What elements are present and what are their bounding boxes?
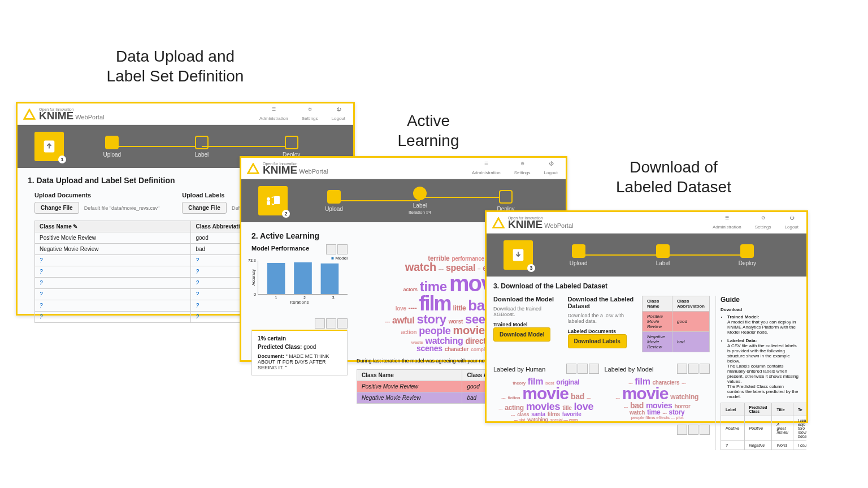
step-tile-label: 2 <box>258 186 288 215</box>
download-dataset-heading: Download the Labeled Dataset <box>568 296 637 309</box>
brand-portal: WebPortal <box>75 114 104 121</box>
card-tool-icon[interactable] <box>315 318 325 329</box>
nav-settings[interactable]: ⚙Settings <box>755 215 771 230</box>
wordcloud-model: ---filmcharacters--- ---moviewatching --… <box>605 377 710 420</box>
upload-docs-heading: Upload Documents <box>34 192 159 198</box>
step-node-label[interactable] <box>656 244 670 258</box>
topbar: Open for Innovation KNIME WebPortal ☰Adm… <box>241 158 566 179</box>
knime-logo-icon <box>247 163 259 175</box>
label-loop-icon <box>264 193 282 209</box>
gear-icon: ⚙ <box>306 107 314 115</box>
step-node-label[interactable] <box>413 187 427 200</box>
brand-name: KNIME <box>39 110 73 122</box>
upload-icon <box>41 139 57 154</box>
title-download: Download ofLabeled Dataset <box>600 157 747 197</box>
nav-settings[interactable]: ⚙Settings <box>302 107 318 121</box>
nav-logout[interactable]: ⏻Logout <box>332 107 345 121</box>
download-model-heading: Download the Model <box>493 296 562 303</box>
table-row[interactable]: Negative Movie Reviewbad <box>643 332 710 352</box>
chart-ylabel: Accuracy <box>251 261 255 295</box>
chart-legend: Model <box>335 256 348 261</box>
svg-rect-4 <box>267 263 285 294</box>
guide-example-table: LabelPredicted ClassTitleTe PositivePosi… <box>721 403 806 450</box>
table-row[interactable]: Positive Movie Reviewgood <box>643 312 710 332</box>
chart-xlabel: Iterations <box>251 300 348 305</box>
chart-tool-icon[interactable] <box>326 244 336 254</box>
table-row: ?NegativeWorstI cou <box>721 441 807 450</box>
title-upload: Data Upload andLabel Set Definition <box>96 46 254 86</box>
model-performance-heading: Model Performance <box>251 245 309 252</box>
predicted-class-value: good <box>303 344 316 350</box>
download-labels-button[interactable]: Download Labels <box>568 334 627 348</box>
download-icon <box>510 247 526 263</box>
nav-administration[interactable]: ☰Administration <box>472 161 501 175</box>
step-node-deploy[interactable] <box>740 244 754 258</box>
class-mini-table: Class NameClass Abbreviation Positive Mo… <box>642 296 710 352</box>
step-node-label[interactable] <box>195 136 209 149</box>
wordcloud-human: theoryfilmbestoriginal ---fictionmovieba… <box>493 377 599 422</box>
step-node-deploy[interactable] <box>499 190 513 204</box>
labeled-by-model-heading: Labeled by Model <box>605 366 654 373</box>
change-file-labels-button[interactable]: Change File <box>182 202 227 214</box>
nav-logout[interactable]: ⏻Logout <box>785 215 798 230</box>
step-tile-upload: 1 <box>34 132 64 161</box>
svg-rect-2 <box>267 201 270 205</box>
svg-rect-3 <box>274 196 280 204</box>
svg-rect-5 <box>294 262 312 294</box>
title-active: ActiveLearning <box>372 111 485 150</box>
upload-docs-hint: Default file "data/movie_revs.csv" <box>84 205 159 211</box>
step-badge: 1 <box>58 156 66 163</box>
change-file-docs-button[interactable]: Change File <box>34 202 79 214</box>
nav-settings[interactable]: ⚙Settings <box>514 161 531 175</box>
nav-administration[interactable]: ☰Administration <box>259 107 288 121</box>
window-download: Open for Innovation KNIME WebPortal ☰Adm… <box>485 210 808 423</box>
labeled-by-human-heading: Labeled by Human <box>493 366 545 373</box>
topbar: Open for Innovation KNIME WebPortal ☰Adm… <box>487 212 806 234</box>
prediction-card: 1% certain Predicted Class: good Documen… <box>251 330 348 375</box>
step-badge: 3 <box>527 264 535 272</box>
topbar: Open for Innovation KNIME WebPortal ☰Adm… <box>18 103 353 125</box>
chart-tool-icon[interactable] <box>337 244 348 254</box>
table-row: PositivePositiveA great movie!I rea enjo… <box>721 416 807 441</box>
nav-administration[interactable]: ☰Administration <box>713 215 741 230</box>
section-title: 3. Download of the Labeled Dataset <box>493 282 800 290</box>
nav-logout[interactable]: ⏻Logout <box>544 161 558 175</box>
knime-logo-icon <box>23 109 36 121</box>
svg-rect-6 <box>321 264 339 294</box>
power-icon: ⏻ <box>335 107 342 115</box>
step-node-upload[interactable] <box>572 244 585 258</box>
section-title: 2. Active Learning <box>251 231 319 240</box>
svg-point-1 <box>267 197 270 201</box>
knime-logo-icon <box>492 217 505 230</box>
step-tile-download: 3 <box>504 240 533 270</box>
step-node-upload[interactable] <box>327 190 341 204</box>
step-node-deploy[interactable] <box>285 136 298 149</box>
guide-heading: Guide <box>721 296 800 304</box>
certainty-label: 1% certain <box>258 335 341 342</box>
model-performance-chart: 73.3 0 <box>258 261 348 295</box>
download-model-button[interactable]: Download Model <box>493 327 550 342</box>
step-badge: 2 <box>282 210 290 218</box>
step-node-upload[interactable] <box>105 136 119 149</box>
class-name-header[interactable]: Class Name ✎ <box>35 221 191 232</box>
